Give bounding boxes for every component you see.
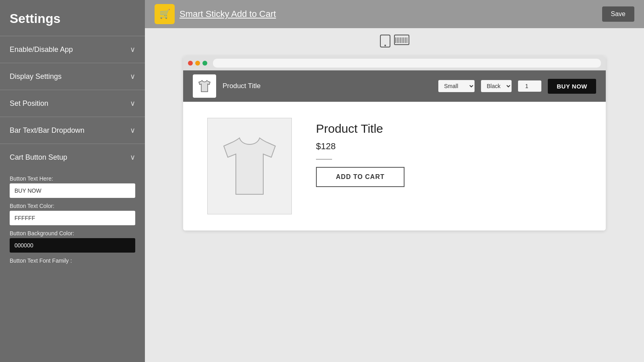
sidebar-title: Settings: [0, 0, 145, 36]
quantity-input[interactable]: [518, 80, 541, 92]
product-price: $128: [316, 141, 405, 152]
section-enable-disable-label: Enable/Disable App: [10, 45, 73, 54]
product-info: Product Title $128 ADD TO CART: [316, 118, 405, 214]
product-image: [207, 118, 292, 214]
section-bar-text-header[interactable]: Bar Text/Bar Dropdown ∨: [0, 117, 145, 144]
section-bar-text: Bar Text/Bar Dropdown ∨: [0, 117, 145, 144]
chevron-down-icon: ∨: [130, 45, 135, 54]
buy-now-button[interactable]: BUY NOW: [548, 79, 596, 94]
view-toggle: [380, 35, 409, 50]
button-text-input[interactable]: [10, 183, 135, 198]
product-page: Product Title $128 ADD TO CART: [183, 102, 606, 230]
section-display-settings-header[interactable]: Display Settings ∨: [0, 63, 145, 90]
chevron-down-icon: ∨: [130, 126, 135, 135]
button-font-family-field-group: Button Text Font Family :: [10, 257, 135, 265]
preview-area: Product Title Small Medium Large XL Blac…: [145, 28, 644, 362]
sidebar: Settings Enable/Disable App ∨ Display Se…: [0, 0, 145, 362]
button-text-color-input[interactable]: [10, 211, 135, 225]
color-select[interactable]: Black White Red Blue: [481, 80, 512, 92]
chevron-down-icon: ∨: [130, 99, 135, 108]
section-bar-text-label: Bar Text/Bar Dropdown: [10, 126, 85, 135]
chevron-down-icon: ∨: [130, 72, 135, 81]
button-font-family-label: Button Text Font Family :: [10, 257, 135, 264]
button-text-field-group: Button Text Here:: [10, 175, 135, 198]
section-enable-disable-header[interactable]: Enable/Disable App ∨: [0, 36, 145, 63]
browser-bar: [183, 56, 606, 70]
section-enable-disable: Enable/Disable App ∨: [0, 36, 145, 63]
chevron-down-icon: ∨: [130, 153, 135, 162]
button-text-label: Button Text Here:: [10, 175, 135, 182]
section-display-settings: Display Settings ∨: [0, 63, 145, 90]
sticky-bar: Product Title Small Medium Large XL Blac…: [183, 70, 606, 102]
button-text-color-field-group: Button Text Color:: [10, 203, 135, 225]
browser-url-bar: [213, 59, 601, 68]
svg-point-1: [384, 45, 386, 46]
sticky-product-title: Product Title: [223, 82, 432, 90]
product-title: Product Title: [316, 122, 405, 136]
button-bg-color-label: Button Background Color:: [10, 230, 135, 237]
button-bg-color-input[interactable]: [10, 238, 135, 253]
topbar: 🛒 Smart Sticky Add to Cart Save: [145, 0, 644, 28]
add-to-cart-button[interactable]: ADD TO CART: [316, 167, 405, 187]
cart-button-setup-body: Button Text Here: Button Text Color: But…: [0, 171, 145, 274]
section-cart-button-header[interactable]: Cart Button Setup ∨: [0, 144, 145, 171]
topbar-left: 🛒 Smart Sticky Add to Cart: [155, 4, 276, 24]
button-text-color-label: Button Text Color:: [10, 203, 135, 209]
browser-mockup: Product Title Small Medium Large XL Blac…: [183, 56, 606, 230]
price-divider: [316, 159, 332, 160]
app-icon: 🛒: [155, 4, 175, 24]
app-title: Smart Sticky Add to Cart: [180, 9, 276, 19]
size-select[interactable]: Small Medium Large XL: [438, 80, 475, 92]
desktop-view-icon[interactable]: [394, 35, 409, 50]
section-display-settings-label: Display Settings: [10, 72, 62, 81]
section-set-position-header[interactable]: Set Position ∨: [0, 90, 145, 117]
button-bg-color-field-group: Button Background Color:: [10, 230, 135, 253]
save-button[interactable]: Save: [602, 6, 634, 22]
browser-dot-red: [188, 61, 193, 66]
section-cart-button: Cart Button Setup ∨ Button Text Here: Bu…: [0, 144, 145, 274]
section-set-position: Set Position ∨: [0, 90, 145, 117]
browser-dot-yellow: [195, 61, 200, 66]
section-set-position-label: Set Position: [10, 99, 48, 108]
main-content: 🛒 Smart Sticky Add to Cart Save: [145, 0, 644, 362]
mobile-view-icon[interactable]: [380, 35, 391, 50]
section-cart-button-label: Cart Button Setup: [10, 153, 67, 162]
product-thumbnail: [193, 74, 216, 98]
browser-dot-green: [202, 61, 207, 66]
cart-icon: 🛒: [159, 9, 170, 19]
